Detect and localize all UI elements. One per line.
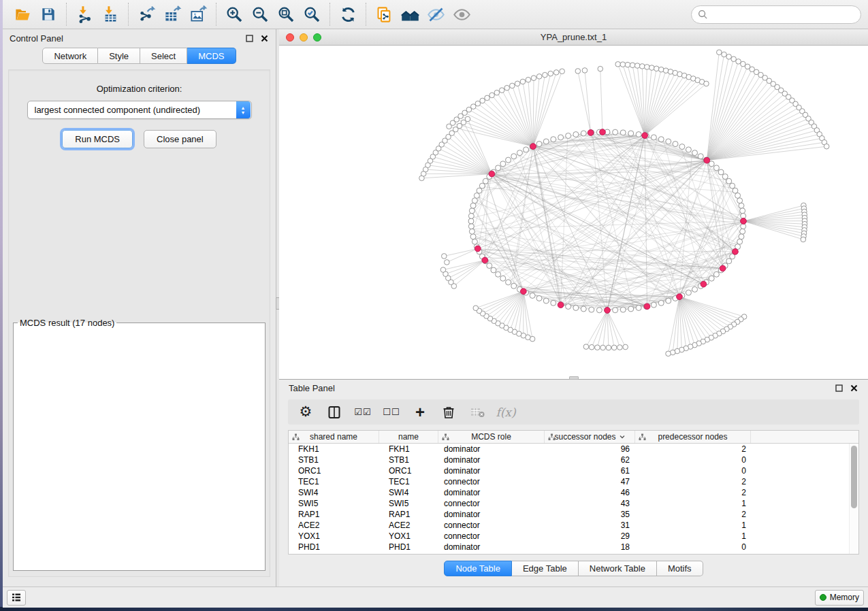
table-cell: 46 [545,488,635,497]
criterion-selected-value: largest connected component (undirected) [28,105,236,115]
select-stepper-icon: ▲▼ [236,101,251,118]
column-header-name[interactable]: name [379,431,438,443]
table-cell: dominator [438,466,545,476]
criterion-select[interactable]: largest connected component (undirected)… [27,101,252,119]
tab-edge-table[interactable]: Edge Table [512,561,579,576]
column-header-mcds-role[interactable]: MCDS role [438,431,545,443]
hide-selected-icon[interactable] [423,2,449,27]
memory-label: Memory [830,593,859,602]
column-header-predecessor-nodes[interactable]: predecessor nodes [635,431,751,443]
table-scrollbar-thumb[interactable] [851,446,857,508]
network-share-icon[interactable] [371,2,397,27]
search-input[interactable] [712,10,854,20]
tab-motifs[interactable]: Motifs [657,561,703,576]
table-cell: 29 [545,531,635,541]
table-cell: connector [438,521,545,530]
deselect-all-icon[interactable]: ☐☐ [381,402,402,423]
table-tab-bar: Node Table Edge Table Network Table Moti… [444,561,703,576]
delete-table-icon[interactable] [466,402,488,423]
select-all-icon[interactable]: ☑☑ [352,402,374,423]
column-header-shared-name[interactable]: shared name [289,431,379,443]
table-row[interactable]: ORC1ORC1dominator610 [289,465,849,476]
delete-column-icon[interactable] [438,402,460,423]
search-box[interactable] [691,5,861,24]
zoom-out-icon[interactable] [247,2,273,27]
sort-descending-icon [620,435,625,439]
table-cell: 35 [545,510,635,519]
table-row[interactable]: STB1STB1dominator620 [289,455,849,465]
column-settings-gear-icon[interactable]: ⚙ [295,402,317,423]
table-row[interactable]: SWI5SWI5connector431 [289,498,849,509]
table-row[interactable]: SWI4SWI4dominator462 [289,487,849,498]
optimization-criterion-label: Optimization criterion: [9,84,270,94]
tab-node-table[interactable]: Node Table [444,561,512,576]
export-network-icon[interactable] [133,2,159,27]
table-cell: YOX1 [379,531,438,541]
table-cell: ORC1 [289,466,379,476]
close-table-panel-icon[interactable] [850,384,858,393]
table-scrollbar[interactable] [849,444,858,554]
tab-select[interactable]: Select [140,48,187,64]
mcds-result-group: MCDS result (17 nodes) PHD1CAR1STP4TID3Y… [13,318,266,571]
table-row[interactable]: ACE2ACE2connector311 [289,520,849,531]
table-cell: PHD1 [289,542,379,552]
memory-button[interactable]: Memory [815,590,864,606]
node-table: shared name name MCDS role successor nod… [288,430,859,555]
network-canvas[interactable] [279,46,868,379]
search-icon [698,10,708,20]
show-panels-button[interactable] [7,590,26,606]
table-row[interactable]: YOX1YOX1connector291 [289,531,849,542]
first-neighbors-icon[interactable] [397,2,423,27]
table-cell: connector [438,477,545,486]
tab-style[interactable]: Style [98,48,140,64]
table-row[interactable]: RAP1RAP1dominator352 [289,509,849,520]
table-cell: dominator [438,444,545,454]
network-graph [279,46,867,379]
zoom-fit-icon[interactable] [273,2,299,27]
tab-network-table[interactable]: Network Table [579,561,657,576]
close-panel-icon[interactable] [260,34,269,43]
run-mcds-button[interactable]: Run MCDS [62,130,133,148]
table-cell: STB1 [289,455,379,465]
show-column-panel-icon[interactable] [323,402,345,423]
tab-mcds[interactable]: MCDS [187,48,236,64]
network-titlebar[interactable]: YPA_prune.txt_1 [279,29,868,46]
close-panel-button[interactable]: Close panel [144,130,216,148]
export-image-icon[interactable] [185,2,211,27]
add-column-icon[interactable]: + [409,402,431,423]
table-cell: dominator [438,510,545,519]
table-row[interactable]: TEC1TEC1connector472 [289,476,849,487]
zoom-in-icon[interactable] [221,2,247,27]
save-icon[interactable] [35,2,61,27]
show-all-icon[interactable] [449,2,475,27]
horizontal-split-grip[interactable] [569,376,579,380]
table-cell: 1 [635,531,751,541]
column-header-successor-nodes[interactable]: successor nodes [545,431,635,443]
table-cell: TEC1 [379,477,438,486]
table-cell: dominator [438,455,545,465]
tab-network[interactable]: Network [42,48,98,64]
table-panel: Table Panel ⚙ ☑☑ ☐☐ + f(x) [279,380,868,587]
zoom-selected-icon[interactable] [299,2,325,27]
table-cell: FKH1 [289,444,379,454]
toolbar-separator [216,3,216,26]
function-builder-icon[interactable]: f(x) [495,402,517,423]
mcds-result-list[interactable]: PHD1CAR1STP4TID3YOX1SWI4SRD1PMA2FKH1ACE2… [14,329,255,331]
float-table-panel-icon[interactable] [835,384,843,393]
table-cell: 2 [635,477,751,486]
table-cell: connector [438,499,545,508]
table-cell: 2 [635,444,751,454]
refresh-icon[interactable] [335,2,361,27]
table-row[interactable]: FKH1FKH1dominator962 [289,444,849,455]
import-table-icon[interactable] [97,2,123,27]
column-header-filler [751,431,858,443]
toolbar-separator [366,3,366,26]
mcds-result-title: MCDS result (17 nodes) [18,318,116,328]
shared-column-icon [639,433,646,441]
table-row[interactable]: PHD1PHD1dominator180 [289,542,849,552]
import-network-icon[interactable] [71,2,97,27]
table-cell: 18 [545,542,635,552]
float-panel-icon[interactable] [245,34,254,43]
open-folder-icon[interactable] [10,2,35,27]
export-table-icon[interactable] [159,2,185,27]
